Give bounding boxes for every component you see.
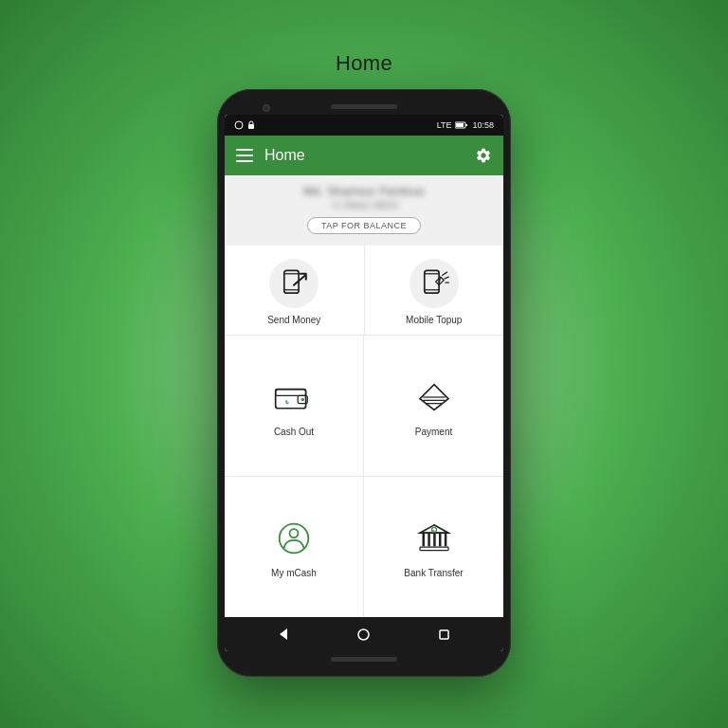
android-nav-bar (225, 617, 503, 651)
my-mcash-label: My mCash (271, 568, 317, 578)
status-left (234, 120, 255, 130)
page-title: Home (336, 51, 392, 76)
svg-rect-1 (248, 124, 254, 129)
bank-transfer-icon: $ (411, 516, 457, 561)
my-mcash-icon (271, 516, 317, 561)
lock-icon (247, 120, 255, 130)
svg-rect-5 (236, 149, 253, 151)
time-display: 10:58 (472, 120, 494, 130)
bank-transfer-svg: $ (415, 521, 453, 555)
phone-camera (263, 104, 270, 112)
battery-icon (455, 121, 468, 129)
cash-out-button[interactable]: ৳ Cash Out (225, 336, 364, 477)
phone-bottom-bar (225, 651, 503, 665)
screen: LTE 10:58 Home (225, 115, 503, 651)
bank-transfer-label: Bank Transfer (404, 568, 463, 578)
back-button[interactable] (277, 628, 290, 641)
bank-transfer-button[interactable]: $ Bank Transfer (364, 477, 503, 618)
svg-rect-36 (444, 534, 446, 546)
svg-rect-3 (456, 123, 464, 127)
cash-out-icon: ৳ (271, 374, 317, 420)
home-button[interactable] (357, 628, 371, 641)
payment-icon (411, 374, 457, 420)
svg-rect-7 (236, 160, 253, 162)
menu-top-row: Send Money (225, 246, 503, 336)
menu-bottom-grid: ৳ Cash Out (225, 336, 503, 617)
profile-name: Md. Shamsur Ferdous (303, 185, 425, 198)
send-money-icon (278, 267, 310, 300)
svg-line-16 (442, 272, 446, 275)
menu-icon[interactable] (236, 149, 253, 162)
payment-button[interactable]: Payment (364, 336, 503, 477)
svg-line-11 (294, 276, 305, 285)
svg-rect-32 (422, 534, 425, 546)
payment-label: Payment (415, 427, 452, 437)
svg-rect-35 (439, 534, 442, 546)
svg-point-0 (235, 121, 243, 129)
settings-icon[interactable] (475, 147, 492, 164)
circle-icon (234, 120, 244, 130)
svg-line-17 (445, 277, 448, 279)
menu-grid: Send Money (225, 246, 503, 617)
profile-phone: +1 (New) 18015 (330, 200, 397, 210)
status-bar: LTE 10:58 (225, 115, 503, 136)
nav-bar: Home (225, 136, 503, 175)
send-money-label: Send Money (267, 315, 320, 325)
my-mcash-svg (277, 521, 311, 555)
profile-area: Md. Shamsur Ferdous +1 (New) 18015 TAP F… (225, 175, 503, 246)
phone-top-bar (225, 100, 503, 115)
svg-point-40 (358, 629, 369, 640)
svg-point-28 (290, 529, 299, 537)
phone-shell: LTE 10:58 Home (217, 89, 511, 677)
svg-marker-39 (280, 628, 287, 640)
signal-text: LTE (437, 120, 452, 130)
phone-speaker (331, 104, 397, 109)
svg-rect-33 (428, 534, 430, 546)
svg-text:৳: ৳ (284, 396, 289, 406)
svg-point-22 (301, 398, 304, 401)
cash-out-label: Cash Out (274, 427, 314, 437)
mobile-topup-icon (418, 267, 450, 300)
mobile-topup-icon-bg (410, 259, 459, 308)
tap-for-balance-button[interactable]: TAP FOR BALANCE (307, 217, 421, 234)
svg-rect-41 (440, 630, 448, 639)
mobile-topup-label: Mobile Topup (406, 315, 462, 325)
phone-bottom-speaker (331, 657, 397, 662)
svg-rect-6 (236, 155, 253, 156)
cash-out-svg: ৳ (274, 382, 314, 412)
status-right: LTE 10:58 (437, 120, 494, 130)
send-money-icon-bg (269, 259, 318, 308)
payment-svg (415, 380, 453, 414)
svg-rect-34 (433, 534, 436, 546)
send-money-button[interactable]: Send Money (225, 246, 365, 335)
mobile-topup-button[interactable]: Mobile Topup (365, 246, 504, 335)
svg-rect-31 (420, 547, 448, 550)
recents-button[interactable] (438, 628, 451, 641)
svg-rect-4 (466, 124, 468, 126)
my-mcash-button[interactable]: My mCash (225, 477, 364, 618)
svg-rect-20 (276, 389, 306, 395)
nav-title: Home (264, 147, 475, 164)
